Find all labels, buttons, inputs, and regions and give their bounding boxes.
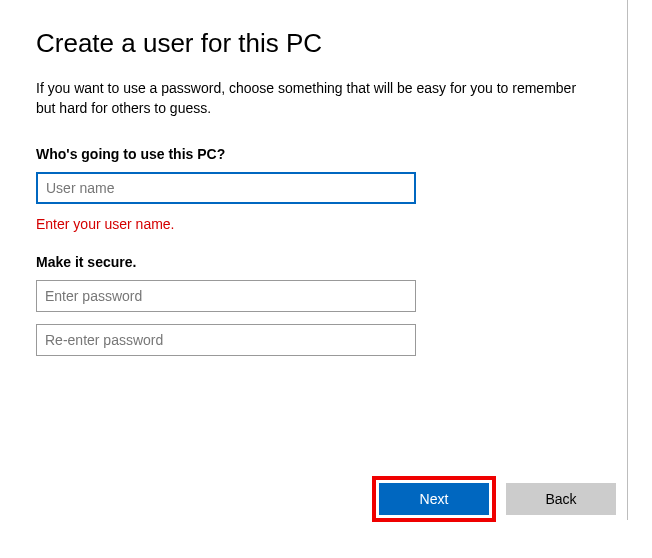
next-button-highlight: Next: [372, 476, 496, 522]
username-input[interactable]: [36, 172, 416, 204]
username-error: Enter your user name.: [36, 216, 616, 232]
page-title: Create a user for this PC: [36, 28, 616, 59]
button-row: Next Back: [372, 476, 616, 522]
right-divider: [627, 0, 628, 520]
confirm-password-input[interactable]: [36, 324, 416, 356]
password-section-label: Make it secure.: [36, 254, 616, 270]
username-label: Who's going to use this PC?: [36, 146, 616, 162]
page-description: If you want to use a password, choose so…: [36, 79, 596, 118]
password-input[interactable]: [36, 280, 416, 312]
back-button[interactable]: Back: [506, 483, 616, 515]
next-button[interactable]: Next: [379, 483, 489, 515]
